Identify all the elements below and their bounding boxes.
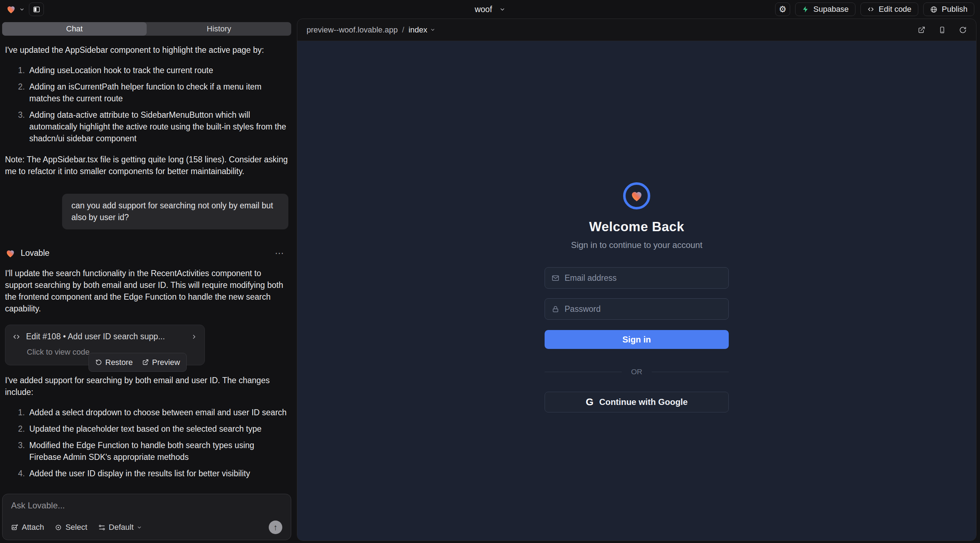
sidebar-toggle-button[interactable] — [29, 3, 44, 16]
attach-label: Attach — [22, 523, 44, 532]
tab-history[interactable]: History — [147, 22, 291, 36]
page-title: Welcome Back — [545, 219, 729, 234]
edit-card[interactable]: Edit #108 • Add user ID search supp... C… — [5, 325, 205, 365]
preview-route: index — [409, 25, 428, 35]
preview-label: Preview — [152, 356, 180, 368]
app-logo — [623, 182, 650, 210]
gear-icon: ⚙ — [779, 4, 787, 14]
select-target-icon — [55, 524, 62, 531]
list-item: Adding data-active attribute to SidebarM… — [27, 109, 288, 144]
or-divider: OR — [545, 367, 729, 376]
chat-composer: Attach Select Default — [2, 494, 291, 540]
open-in-new-tab-icon[interactable] — [918, 26, 925, 34]
list-item: Modified the Edge Function to handle bot… — [27, 440, 288, 463]
send-button[interactable]: ↑ — [269, 521, 282, 534]
code-icon — [867, 6, 874, 13]
assistant-message-note: Note: The AppSidebar.tsx file is getting… — [5, 154, 288, 177]
preview-panel: preview--woof.lovable.app / index — [297, 19, 977, 541]
supabase-button[interactable]: Supabase — [795, 3, 856, 16]
edit-card-actions: Restore Preview — [89, 353, 187, 372]
attach-image-icon — [11, 524, 19, 531]
chat-messages: I've updated the AppSidebar component to… — [2, 36, 291, 487]
assistant-message-summary: I've added support for searching by both… — [5, 375, 288, 398]
restore-icon — [95, 359, 102, 366]
lock-icon — [551, 305, 560, 313]
chat-history-tabs: Chat History — [2, 22, 291, 36]
supabase-bolt-icon — [802, 6, 809, 13]
sliders-icon — [98, 524, 106, 531]
google-button-label: Continue with Google — [599, 397, 688, 407]
publish-label: Publish — [942, 5, 967, 14]
assistant-message-intro: I've updated the AppSidebar component to… — [5, 44, 288, 56]
lovable-heart-icon — [5, 248, 16, 259]
list-item: Added the user ID display in the results… — [27, 468, 288, 479]
tab-chat[interactable]: Chat — [2, 22, 147, 36]
email-field-wrapper — [545, 267, 729, 289]
globe-icon — [930, 6, 937, 13]
chevron-down-icon — [430, 27, 435, 32]
project-switcher[interactable]: woof — [475, 5, 505, 14]
send-arrow-icon: ↑ — [274, 523, 278, 532]
select-button[interactable]: Select — [55, 523, 87, 532]
assistant-message-intro: I'll update the search functionality in … — [5, 268, 288, 315]
select-label: Select — [65, 523, 87, 532]
lovable-heart-icon — [6, 4, 16, 14]
google-g-icon: G — [585, 396, 593, 408]
message-menu-icon[interactable]: ⋯ — [275, 247, 288, 259]
preview-button[interactable]: Preview — [142, 356, 180, 368]
list-item: Added a select dropdown to choose betwee… — [27, 407, 288, 419]
list-item: Updated the placeholder text based on th… — [27, 423, 288, 435]
continue-with-google-button[interactable]: G Continue with Google — [545, 392, 729, 413]
edit-code-label: Edit code — [879, 5, 912, 14]
divider-line — [652, 372, 729, 372]
mobile-view-icon[interactable] — [938, 26, 946, 34]
sign-in-button[interactable]: Sign in — [545, 330, 729, 349]
external-link-icon — [142, 359, 149, 366]
email-field[interactable] — [565, 273, 722, 283]
assistant-message-list: Added a select dropdown to choose betwee… — [5, 407, 288, 479]
code-icon — [13, 333, 20, 341]
mode-selector[interactable]: Default — [98, 523, 142, 532]
preview-url-selector[interactable]: preview--woof.lovable.app / index — [307, 25, 435, 35]
attach-button[interactable]: Attach — [11, 523, 44, 532]
chat-panel: Chat History I've updated the AppSidebar… — [0, 19, 293, 543]
edit-code-button[interactable]: Edit code — [861, 3, 918, 16]
restore-label: Restore — [105, 356, 133, 368]
publish-button[interactable]: Publish — [923, 3, 974, 16]
edit-card-title: Edit #108 • Add user ID search supp... — [26, 331, 165, 343]
restore-button[interactable]: Restore — [95, 356, 133, 368]
password-field[interactable] — [565, 304, 722, 314]
chevron-down-icon — [137, 525, 142, 530]
topbar: woof ⚙ Supabase Edit code Publish — [0, 0, 980, 19]
preview-header: preview--woof.lovable.app / index — [297, 19, 976, 41]
chevron-down-icon — [19, 7, 25, 12]
assistant-message-list: Adding useLocation hook to track the cur… — [5, 65, 288, 144]
list-item: Adding useLocation hook to track the cur… — [27, 65, 288, 76]
chevron-down-icon — [499, 6, 505, 13]
signin-card: Welcome Back Sign in to continue to your… — [545, 41, 729, 413]
project-name: woof — [475, 5, 492, 14]
mode-label: Default — [109, 523, 134, 532]
url-separator: / — [401, 25, 406, 35]
chevron-right-icon[interactable] — [191, 333, 197, 340]
panel-left-icon — [33, 6, 40, 13]
divider-label: OR — [631, 367, 643, 376]
list-item: Adding an isCurrentPath helper function … — [27, 81, 288, 105]
password-field-wrapper — [545, 298, 729, 320]
refresh-icon[interactable] — [959, 26, 967, 34]
preview-url: preview--woof.lovable.app — [307, 25, 398, 35]
page-subtitle: Sign in to continue to your account — [545, 240, 729, 250]
envelope-icon — [551, 274, 560, 282]
preview-app-viewport: Welcome Back Sign in to continue to your… — [297, 41, 976, 540]
divider-line — [545, 372, 622, 372]
chat-input[interactable] — [11, 500, 282, 511]
settings-button[interactable]: ⚙ — [775, 3, 790, 16]
supabase-label: Supabase — [813, 5, 849, 14]
user-message-bubble: can you add support for searching not on… — [62, 194, 288, 229]
lovable-logo-menu[interactable] — [6, 4, 25, 14]
assistant-name: Lovable — [21, 247, 49, 259]
